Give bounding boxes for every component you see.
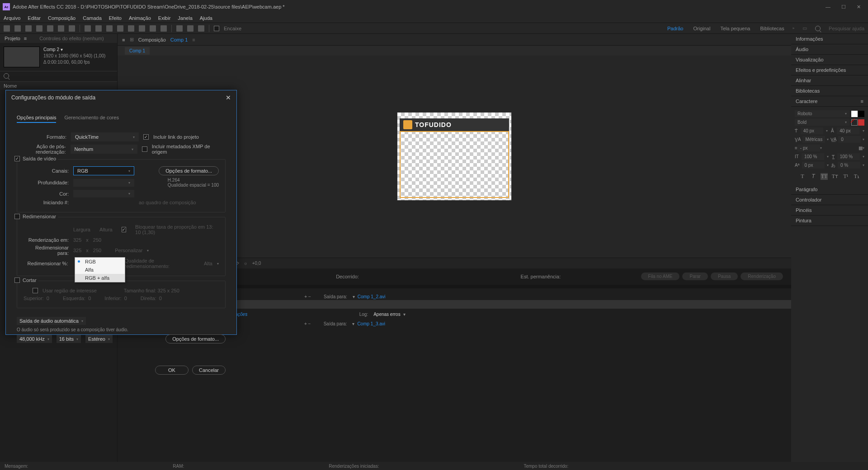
local-axis-icon[interactable] xyxy=(176,25,183,32)
output-path-link[interactable]: Comp 1_2.avi xyxy=(358,294,386,299)
format-options-button[interactable]: Opções de formato... xyxy=(159,166,219,175)
menu-item[interactable]: Exibir xyxy=(158,15,171,21)
italic-button[interactable]: T xyxy=(810,173,817,180)
workspace-tab[interactable]: Tela pequena xyxy=(720,26,750,31)
effects-tab[interactable]: Controles do efeito (nenhum) xyxy=(39,36,104,41)
eraser-tool-icon[interactable] xyxy=(139,25,145,32)
brush-tool-icon[interactable] xyxy=(117,25,123,32)
minimize-icon[interactable]: — xyxy=(826,4,830,10)
vscale-input[interactable]: 100 % xyxy=(802,153,824,160)
stroke-width-input[interactable]: - px xyxy=(797,145,820,151)
post-action-select[interactable]: Nenhum▾ xyxy=(71,145,137,154)
menu-item[interactable]: Janela xyxy=(178,15,192,21)
snap-checkbox[interactable] xyxy=(214,26,219,31)
menu-item[interactable]: Camada xyxy=(83,15,102,21)
selection-tool-icon[interactable] xyxy=(4,25,10,32)
menu-item[interactable]: Efeito xyxy=(109,15,122,21)
font-select[interactable]: Roboto▾ xyxy=(795,110,849,117)
zoom-tool-icon[interactable] xyxy=(25,25,32,32)
depth-select[interactable]: ▾ xyxy=(73,179,134,187)
baseline-input[interactable]: 0 px xyxy=(802,162,825,169)
dropdown-option[interactable]: Alfa xyxy=(75,266,125,274)
bold-button[interactable]: T xyxy=(799,173,806,180)
pause-button[interactable]: Pausa xyxy=(711,273,738,280)
superscript-button[interactable]: T¹ xyxy=(842,173,849,180)
channels-select[interactable]: RGB▾ xyxy=(73,166,134,175)
comp-thumbnail[interactable] xyxy=(4,47,40,67)
workspace-tab[interactable]: Original xyxy=(693,26,710,31)
queue-ame-button[interactable]: Fila no AME xyxy=(641,273,680,280)
stop-button[interactable]: Parar xyxy=(682,273,708,280)
text-tool-icon[interactable] xyxy=(106,25,113,32)
lock-aspect-checkbox[interactable] xyxy=(122,227,126,232)
clone-tool-icon[interactable] xyxy=(128,25,134,32)
render-button[interactable]: Renderização xyxy=(741,273,783,280)
panel-header[interactable]: Pintura xyxy=(791,216,868,226)
video-out-checkbox[interactable] xyxy=(14,156,20,161)
ok-button[interactable]: OK xyxy=(155,366,189,375)
swap-swatch[interactable] xyxy=(858,111,864,117)
stroke-order-icon[interactable]: ▦ xyxy=(859,146,863,150)
menu-item[interactable]: Arquivo xyxy=(4,15,20,21)
project-tab[interactable]: Projeto xyxy=(5,36,20,41)
comp-breadcrumb[interactable]: Comp 1 xyxy=(125,47,150,55)
color-select[interactable]: ▾ xyxy=(73,190,134,197)
roi-checkbox[interactable] xyxy=(33,288,38,293)
link-checkbox[interactable] xyxy=(143,134,149,140)
panel-header[interactable]: Visualização xyxy=(791,55,868,65)
hand-tool-icon[interactable] xyxy=(14,25,21,32)
exposure-value[interactable]: +0,0 xyxy=(252,261,261,266)
roto-tool-icon[interactable] xyxy=(150,25,156,32)
puppet-tool-icon[interactable] xyxy=(160,25,167,32)
menu-item[interactable]: Editar xyxy=(28,15,41,21)
menu-item[interactable]: Composição xyxy=(48,15,75,21)
audio-mode-select[interactable]: Saída de áudio automática▾ xyxy=(17,317,86,325)
panel-header[interactable]: Áudio xyxy=(791,44,868,55)
smallcaps-button[interactable]: Tᴛ xyxy=(831,173,839,180)
close-icon[interactable]: ✕ xyxy=(857,4,861,10)
cancel-button[interactable]: Cancelar xyxy=(192,366,226,375)
kerning-input[interactable]: Métricas xyxy=(802,136,825,143)
pan-tool-icon[interactable] xyxy=(69,25,75,32)
panel-header[interactable]: Efeitos e predefinições xyxy=(791,65,868,75)
shape-tool-icon[interactable] xyxy=(85,25,91,32)
stroke-swatch[interactable] xyxy=(851,119,858,126)
pen-tool-icon[interactable] xyxy=(95,25,102,32)
comp-tab-name[interactable]: Comp 1 xyxy=(170,37,188,42)
workspace-tab[interactable]: Bibliotecas xyxy=(760,26,784,31)
font-size-input[interactable]: 40 px xyxy=(801,127,823,134)
allcaps-button[interactable]: TT xyxy=(821,173,828,180)
menu-item[interactable]: Animação xyxy=(129,15,151,21)
camera-tool-icon[interactable] xyxy=(58,25,64,32)
search-icon[interactable] xyxy=(815,26,821,31)
panel-header[interactable]: Controlador xyxy=(791,195,868,205)
hscale-input[interactable]: 100 % xyxy=(837,153,860,160)
panel-header[interactable]: Caractere≡ xyxy=(791,96,868,107)
weight-select[interactable]: Bold▾ xyxy=(795,119,849,126)
orbit-tool-icon[interactable] xyxy=(36,25,42,32)
xmp-checkbox[interactable] xyxy=(142,146,147,152)
dropdown-option[interactable]: RGB + alfa xyxy=(75,274,125,282)
project-name-header[interactable]: Nome xyxy=(0,82,117,90)
subscript-button[interactable]: T₁ xyxy=(853,173,860,180)
audio-bits-select[interactable]: 16 bits▾ xyxy=(57,335,81,343)
fill-swatch[interactable] xyxy=(851,111,858,117)
dialog-close-icon[interactable]: ✕ xyxy=(226,94,231,101)
exposure-icon[interactable]: ☼ xyxy=(244,261,248,266)
rotate-tool-icon[interactable] xyxy=(47,25,53,32)
panel-header[interactable]: Bibliotecas xyxy=(791,86,868,96)
output-path-link[interactable]: Comp 1_3.avi xyxy=(357,321,385,326)
tracking-input[interactable]: 0 xyxy=(838,136,861,143)
leading-input[interactable]: 40 px xyxy=(837,127,859,134)
resize-checkbox[interactable] xyxy=(14,214,20,219)
maximize-icon[interactable]: ☐ xyxy=(841,4,846,10)
tsume-input[interactable]: 0 % xyxy=(838,162,860,169)
menu-item[interactable]: Ajuda xyxy=(200,15,212,21)
format-select[interactable]: QuickTime▾ xyxy=(71,132,139,141)
panel-header[interactable]: Alinhar xyxy=(791,75,868,86)
panel-header[interactable]: Informações xyxy=(791,34,868,44)
dropdown-option[interactable]: RGB xyxy=(75,258,125,266)
world-axis-icon[interactable] xyxy=(187,25,193,32)
workspace-overflow-icon[interactable]: » xyxy=(793,26,794,30)
crop-checkbox[interactable] xyxy=(14,277,20,283)
